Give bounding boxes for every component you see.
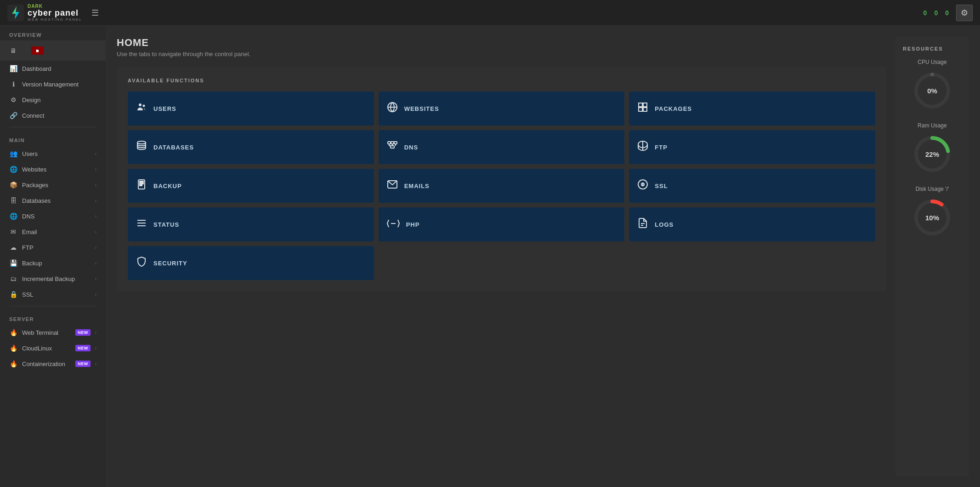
cloudlinux-icon: 🔥 — [9, 344, 17, 352]
main-layout: OVERVIEW 🖥 ■ 📊 Dashboard ℹ Version Manag… — [0, 26, 980, 487]
chevron-right-icon-4: › — [95, 198, 96, 203]
users-icon — [136, 102, 147, 115]
sidebar-item-databases[interactable]: 🗄 Databases › — [0, 193, 106, 208]
content-main: HOME Use the tabs to navigate through th… — [117, 37, 886, 476]
svg-rect-8 — [643, 103, 647, 107]
func-button-logs[interactable]: LOGS — [629, 207, 875, 241]
svg-rect-22 — [140, 181, 143, 182]
cpu-usage-item: CPU Usage 0% — [903, 59, 962, 111]
func-button-status[interactable]: STATUS — [128, 207, 374, 241]
svg-rect-13 — [391, 142, 394, 144]
containerization-new-badge: NEW — [75, 361, 91, 367]
chevron-right-icon-10: › — [95, 292, 96, 297]
func-button-packages[interactable]: PACKAGES — [629, 92, 875, 126]
sidebar-item-webterminal[interactable]: 🔥 Web Terminal NEW › — [0, 325, 106, 340]
logo: DARK cyber panel WEB HOSTING PANEL — [7, 4, 82, 22]
settings-button[interactable]: ⚙ — [956, 5, 973, 21]
chevron-right-icon-13: › — [95, 361, 96, 367]
sidebar-item-connect[interactable]: 🔗 Connect — [0, 108, 106, 123]
sidebar-design-label: Design — [22, 97, 96, 103]
func-button-users[interactable]: USERS — [128, 92, 374, 126]
sidebar-item-packages[interactable]: 📦 Packages › — [0, 177, 106, 193]
func-button-ssl[interactable]: SSL — [629, 169, 875, 203]
resources-panel: RESOURCES CPU Usage 0% Ram Usage — [895, 37, 969, 476]
func-button-php[interactable]: PHP — [379, 207, 625, 241]
sidebar-dns-label: DNS — [22, 213, 91, 220]
logs-label: LOGS — [655, 221, 674, 228]
sidebar-item-dns[interactable]: 🌐 DNS › — [0, 208, 106, 224]
chevron-right-icon-6: › — [95, 229, 96, 235]
logo-icon — [7, 5, 24, 21]
content-area: HOME Use the tabs to navigate through th… — [106, 26, 980, 487]
sidebar-cloudlinux-label: CloudLinux — [22, 345, 71, 352]
func-button-emails[interactable]: EMAILS — [379, 169, 625, 203]
incremental-icon: 🗂 — [9, 275, 17, 282]
websites-label: WEBSITES — [404, 105, 439, 112]
sidebar-item-ssl[interactable]: 🔒 SSL › — [0, 286, 106, 302]
disk-donut: 10% — [912, 197, 953, 238]
databases-icon: 🗄 — [9, 197, 17, 204]
toggle-sidebar-button[interactable]: ☰ — [88, 6, 102, 20]
sidebar-version-label: Version Management — [22, 81, 96, 88]
emails-icon — [387, 179, 398, 193]
topbar: DARK cyber panel WEB HOSTING PANEL ☰ 0 0… — [0, 0, 980, 26]
sidebar-ssl-label: SSL — [22, 291, 91, 298]
sidebar-websites-label: Websites — [22, 166, 91, 173]
websites-icon: 🌐 — [9, 166, 17, 173]
monitor-label[interactable]: ■ — [31, 46, 44, 55]
func-button-databases[interactable]: DATABASES — [128, 130, 374, 164]
chevron-right-icon-11: › — [95, 330, 96, 335]
dashboard-icon: 📊 — [9, 65, 17, 72]
func-button-ftp[interactable]: FTP — [629, 130, 875, 164]
webterminal-icon: 🔥 — [9, 329, 17, 336]
security-icon — [136, 256, 147, 270]
svg-rect-14 — [394, 142, 397, 144]
dns-icon: 🌐 — [9, 212, 17, 220]
func-button-backup[interactable]: BACKUP — [128, 169, 374, 203]
status-icon — [136, 218, 147, 231]
sidebar-item-email[interactable]: ✉ Email › — [0, 224, 106, 240]
sidebar-containerization-label: Containerization — [22, 361, 71, 367]
ftp-icon — [637, 140, 648, 154]
sidebar-backup-label: Backup — [22, 260, 91, 267]
sidebar-item-backup[interactable]: 💾 Backup › — [0, 255, 106, 271]
topbar-left: DARK cyber panel WEB HOSTING PANEL ☰ — [7, 4, 102, 22]
packages-icon: 📦 — [9, 181, 17, 189]
sidebar-item-ftp[interactable]: ☁ FTP › — [0, 240, 106, 255]
sidebar-connect-label: Connect — [22, 112, 96, 119]
backup-icon — [136, 179, 147, 193]
php-label: PHP — [406, 221, 420, 228]
sidebar-divider-2 — [9, 306, 96, 306]
ftp-label: FTP — [655, 144, 668, 151]
sidebar-section-server: SERVER — [0, 310, 106, 325]
func-button-security[interactable]: SECURITY — [128, 246, 374, 280]
svg-rect-10 — [643, 108, 647, 111]
packages-label: PACKAGES — [655, 105, 692, 112]
sidebar-item-version[interactable]: ℹ Version Management — [0, 76, 106, 92]
cpu-donut: 0% — [912, 70, 953, 111]
sidebar-item-websites[interactable]: 🌐 Websites › — [0, 161, 106, 177]
func-button-websites[interactable]: WEBSITES — [379, 92, 625, 126]
sidebar-item-design[interactable]: ⚙ Design — [0, 92, 106, 108]
emails-label: EMAILS — [404, 183, 430, 189]
disk-value: 10% — [925, 214, 939, 222]
sidebar-divider-1 — [9, 127, 96, 127]
svg-rect-19 — [391, 146, 394, 148]
sidebar-item-cloudlinux[interactable]: 🔥 CloudLinux NEW › — [0, 340, 106, 356]
sidebar-item-monitor[interactable]: 🖥 ■ — [0, 40, 106, 61]
svg-rect-24 — [140, 185, 142, 186]
chevron-right-icon-5: › — [95, 214, 96, 219]
svg-rect-7 — [639, 103, 642, 107]
ram-label: Ram Usage — [903, 122, 962, 129]
sidebar-item-incremental[interactable]: 🗂 Incremental Backup › — [0, 271, 106, 286]
cpu-label: CPU Usage — [903, 59, 962, 65]
ssl-icon — [637, 179, 648, 193]
svg-point-4 — [143, 105, 145, 107]
sidebar-users-label: Users — [22, 150, 91, 157]
func-button-dns[interactable]: DNS — [379, 130, 625, 164]
sidebar-item-dashboard[interactable]: 📊 Dashboard — [0, 61, 106, 76]
ssl-icon: 🔒 — [9, 291, 17, 298]
containerization-icon: 🔥 — [9, 360, 17, 367]
sidebar-item-users[interactable]: 👥 Users › — [0, 146, 106, 161]
sidebar-item-containerization[interactable]: 🔥 Containerization NEW › — [0, 356, 106, 372]
